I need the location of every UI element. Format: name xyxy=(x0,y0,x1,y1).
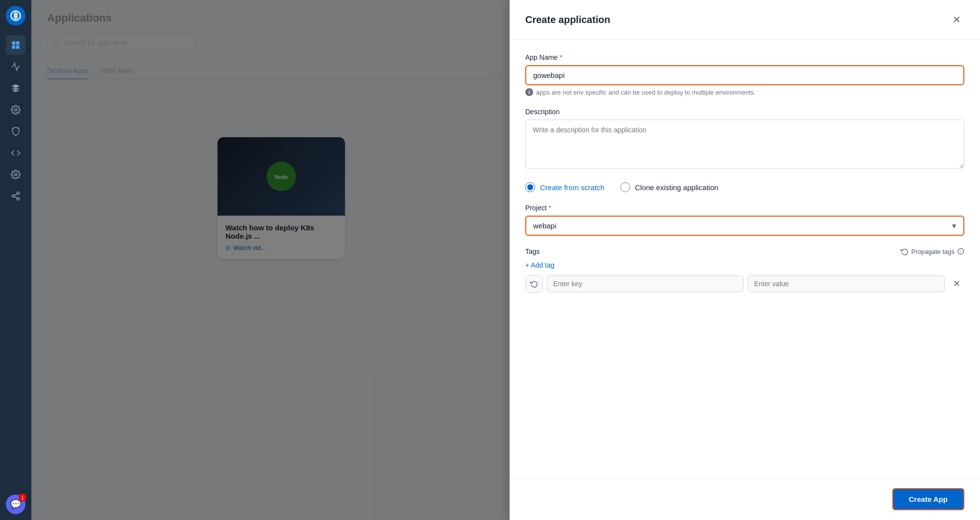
sidebar-item-apps[interactable] xyxy=(6,35,25,55)
tags-label: Tags xyxy=(525,248,540,255)
app-name-label: App Name * xyxy=(525,53,964,61)
discord-button[interactable]: 💬 1 xyxy=(6,495,25,514)
app-name-hint: i apps are not env specific and can be u… xyxy=(525,88,964,96)
svg-line-10 xyxy=(14,197,17,198)
sidebar-bottom: 💬 1 xyxy=(6,495,25,514)
project-required-indicator: * xyxy=(549,204,551,212)
app-name-group: App Name * i apps are not env specific a… xyxy=(525,53,964,96)
tag-key-input[interactable] xyxy=(547,275,744,292)
refresh-icon xyxy=(530,280,538,288)
svg-line-11 xyxy=(14,194,17,195)
create-from-scratch-option[interactable]: Create from scratch xyxy=(525,182,605,192)
svg-rect-1 xyxy=(12,42,16,45)
creation-type-group: Create from scratch Clone existing appli… xyxy=(525,182,964,192)
create-app-button[interactable]: Create App xyxy=(892,488,964,510)
tag-refresh-button[interactable] xyxy=(525,275,543,293)
svg-point-9 xyxy=(17,198,20,200)
description-label: Description xyxy=(525,108,964,116)
modal-header: Create application ✕ xyxy=(510,0,980,40)
svg-rect-3 xyxy=(12,46,16,49)
modal-close-button[interactable]: ✕ xyxy=(949,12,964,27)
main-content: Applications Search by app name Devtron … xyxy=(31,0,980,520)
sidebar-item-security[interactable] xyxy=(6,122,25,141)
description-group: Description xyxy=(525,108,964,171)
svg-point-5 xyxy=(15,109,17,111)
sidebar-item-config[interactable] xyxy=(6,165,25,184)
svg-rect-2 xyxy=(16,42,20,45)
discord-icon: 💬 xyxy=(10,499,21,510)
project-label: Project * xyxy=(525,204,964,212)
description-textarea[interactable] xyxy=(525,120,964,169)
sidebar: 💬 1 xyxy=(0,0,31,520)
clone-existing-label: Clone existing application xyxy=(635,183,718,192)
create-from-scratch-label: Create from scratch xyxy=(540,183,605,192)
tag-row: ✕ xyxy=(525,275,964,293)
notification-badge: 1 xyxy=(19,494,26,501)
tag-value-input[interactable] xyxy=(748,275,945,292)
sidebar-logo[interactable] xyxy=(6,6,25,25)
svg-point-8 xyxy=(12,195,15,198)
sidebar-item-code[interactable] xyxy=(6,143,25,163)
info-icon xyxy=(957,248,964,255)
clone-existing-option[interactable]: Clone existing application xyxy=(620,182,718,192)
add-tag-button[interactable]: + Add tag xyxy=(525,261,555,269)
sidebar-item-settings[interactable] xyxy=(6,100,25,120)
svg-point-7 xyxy=(17,192,20,195)
tag-remove-button[interactable]: ✕ xyxy=(949,276,964,292)
project-select-wrapper: webapi ▼ xyxy=(525,216,964,236)
app-name-input[interactable] xyxy=(525,65,964,85)
modal-body: App Name * i apps are not env specific a… xyxy=(510,40,980,478)
project-group: Project * webapi ▼ xyxy=(525,204,964,236)
sidebar-item-metrics[interactable] xyxy=(6,57,25,76)
modal-footer: Create App xyxy=(510,478,980,520)
modal-title: Create application xyxy=(525,14,610,25)
propagate-tags-button[interactable]: Propagate tags xyxy=(901,248,964,255)
svg-rect-4 xyxy=(16,46,20,49)
project-select[interactable]: webapi xyxy=(525,216,964,236)
required-indicator: * xyxy=(560,53,562,61)
sidebar-item-extensions[interactable] xyxy=(6,78,25,98)
propagate-icon xyxy=(901,248,908,255)
tags-group: Tags Propagate tags + Add tag ✕ xyxy=(525,248,964,293)
create-from-scratch-radio[interactable] xyxy=(525,182,535,192)
create-application-modal: Create application ✕ App Name * i apps a… xyxy=(510,0,980,520)
hint-icon: i xyxy=(525,88,533,96)
tags-header: Tags Propagate tags xyxy=(525,248,964,255)
svg-point-6 xyxy=(15,173,17,176)
clone-existing-radio[interactable] xyxy=(620,182,630,192)
sidebar-item-integrations[interactable] xyxy=(6,186,25,206)
